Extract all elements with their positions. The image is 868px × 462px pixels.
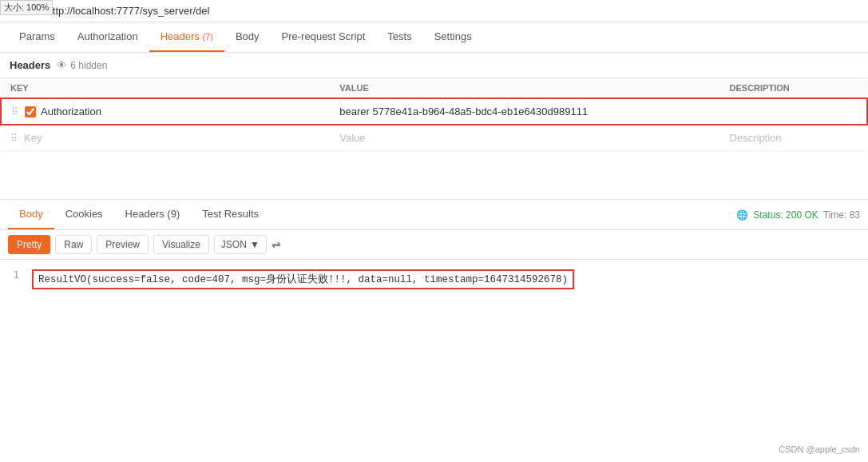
format-visualize-button[interactable]: Visualize (153, 235, 209, 254)
table-row: ⠿ Authorization bearer 5778e41a-b964-48a… (1, 98, 867, 125)
response-status-info: 🌐 Status: 200 OK Time: 83 (736, 209, 860, 221)
globe-icon: 🌐 (736, 209, 748, 221)
code-content: ResultVO(success=false, code=407, msg=身份… (26, 268, 868, 291)
response-tab-test-results[interactable]: Test Results (191, 200, 270, 229)
response-format-bar: Pretty Raw Preview Visualize JSON ▼ ⇌ (0, 230, 868, 260)
hidden-headers-badge: 👁 6 hidden (57, 59, 107, 71)
spacer (0, 151, 868, 183)
placeholder-key-cell[interactable]: ⠿ Key (1, 125, 330, 151)
format-type-select[interactable]: JSON ▼ (214, 235, 267, 254)
placeholder-description-cell[interactable]: Description (720, 125, 867, 151)
response-code-area: 1 ResultVO(success=false, code=407, msg=… (0, 260, 868, 299)
sort-icon[interactable]: ⇌ (271, 238, 281, 251)
tab-pre-request[interactable]: Pre-request Script (271, 22, 377, 52)
header-description-cell (720, 98, 867, 125)
request-tabs: Params Authorization Headers (7) Body Pr… (0, 22, 868, 53)
placeholder-value-cell[interactable]: Value (330, 125, 719, 151)
drag-handle-icon: ⠿ (10, 133, 18, 144)
col-value: VALUE (330, 78, 719, 98)
header-value-cell: bearer 5778e41a-b964-48a5-bdc4-eb1e6430d… (330, 98, 719, 125)
hidden-count: 6 hidden (70, 60, 107, 71)
code-outlined-text: ResultVO(success=false, code=407, msg=身份… (32, 269, 574, 289)
line-number: 1 (0, 268, 26, 282)
tab-tests[interactable]: Tests (376, 22, 422, 52)
format-type-label: JSON (221, 239, 247, 250)
table-header-row: KEY VALUE DESCRIPTION (1, 78, 867, 98)
placeholder-key: Key (24, 132, 42, 144)
response-tab-headers[interactable]: Headers (9) (114, 200, 192, 229)
response-time: Time: 83 (823, 209, 860, 221)
col-key: KEY (1, 78, 330, 98)
tab-authorization[interactable]: Authorization (66, 22, 149, 52)
headers-table: KEY VALUE DESCRIPTION ⠿ Authorization be… (0, 78, 868, 151)
code-line: 1 ResultVO(success=false, code=407, msg=… (0, 268, 868, 291)
headers-title: Headers (10, 59, 50, 71)
eye-icon: 👁 (57, 59, 67, 71)
format-raw-button[interactable]: Raw (55, 235, 92, 254)
tab-body[interactable]: Body (224, 22, 271, 52)
response-tab-cookies[interactable]: Cookies (54, 200, 114, 229)
header-value-text: bearer 5778e41a-b964-48a5-bdc4-eb1e6430d… (339, 106, 588, 117)
table-placeholder-row: ⠿ Key Value Description (1, 125, 867, 151)
response-section: Body Cookies Headers (9) Test Results 🌐 … (0, 199, 868, 299)
header-key-cell: ⠿ Authorization (1, 98, 330, 125)
col-description: DESCRIPTION (720, 78, 867, 98)
placeholder-description: Description (730, 132, 782, 144)
format-preview-button[interactable]: Preview (97, 235, 149, 254)
url-input[interactable] (47, 5, 860, 17)
format-pretty-button[interactable]: Pretty (8, 235, 50, 254)
header-key-value: Authorization (41, 106, 101, 117)
drag-handle-icon: ⠿ (11, 106, 18, 117)
placeholder-value: Value (339, 132, 365, 144)
status-badge: Status: 200 OK (753, 209, 818, 221)
tab-settings[interactable]: Settings (423, 22, 483, 52)
request-bar: GET ▼ (0, 0, 868, 22)
format-select-chevron-icon: ▼ (250, 239, 260, 250)
headers-section-header: Headers 👁 6 hidden (0, 53, 868, 78)
header-checkbox[interactable] (25, 106, 36, 117)
zoom-level: 大小: 100% (0, 0, 53, 15)
response-tab-body[interactable]: Body (8, 200, 54, 229)
response-tabs: Body Cookies Headers (9) Test Results 🌐 … (0, 200, 868, 230)
tab-headers[interactable]: Headers (7) (149, 22, 224, 52)
tab-params[interactable]: Params (8, 22, 66, 52)
